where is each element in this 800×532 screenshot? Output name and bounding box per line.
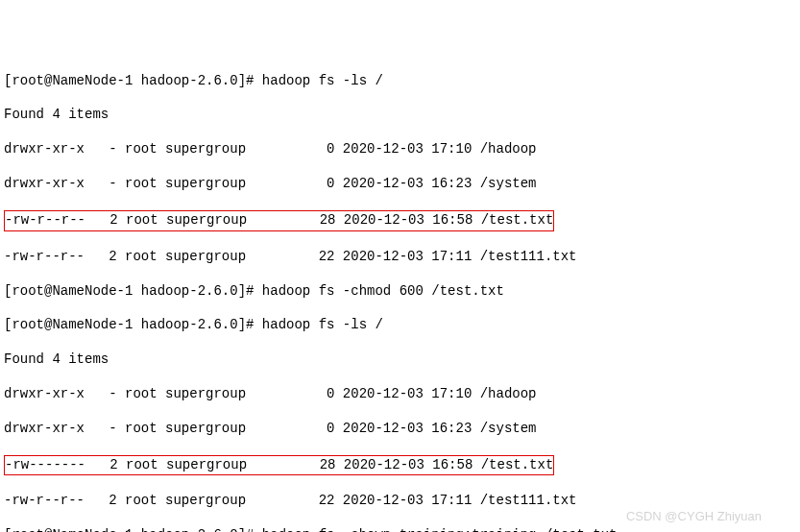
b1-test: -rw-r--r-- 2 root supergroup 28 2020-12-…	[4, 210, 800, 231]
found-1: Found 4 items	[4, 107, 800, 124]
watermark: CSDN @CYGH Zhiyuan	[626, 509, 762, 525]
b2-hadoop: drwxr-xr-x - root supergroup 0 2020-12-0…	[4, 386, 800, 403]
b2-test111: -rw-r--r-- 2 root supergroup 22 2020-12-…	[4, 493, 800, 510]
cmd-ls-2: [root@NameNode-1 hadoop-2.6.0]# hadoop f…	[4, 317, 800, 334]
b1-test111: -rw-r--r-- 2 root supergroup 22 2020-12-…	[4, 249, 800, 266]
b2-system: drwxr-xr-x - root supergroup 0 2020-12-0…	[4, 421, 800, 438]
found-2: Found 4 items	[4, 351, 800, 369]
highlight-box: -rw-r--r-- 2 root supergroup 28 2020-12-…	[4, 210, 554, 231]
b1-system: drwxr-xr-x - root supergroup 0 2020-12-0…	[4, 176, 800, 193]
highlight-box: -rw------- 2 root supergroup 28 2020-12-…	[4, 455, 554, 476]
cmd-chmod: [root@NameNode-1 hadoop-2.6.0]# hadoop f…	[4, 283, 800, 301]
b1-hadoop: drwxr-xr-x - root supergroup 0 2020-12-0…	[4, 141, 800, 158]
cmd-ls-1: [root@NameNode-1 hadoop-2.6.0]# hadoop f…	[4, 73, 800, 90]
cmd-chown: [root@NameNode-1 hadoop-2.6.0]# hadoop f…	[4, 527, 800, 532]
b2-test: -rw------- 2 root supergroup 28 2020-12-…	[4, 455, 800, 476]
